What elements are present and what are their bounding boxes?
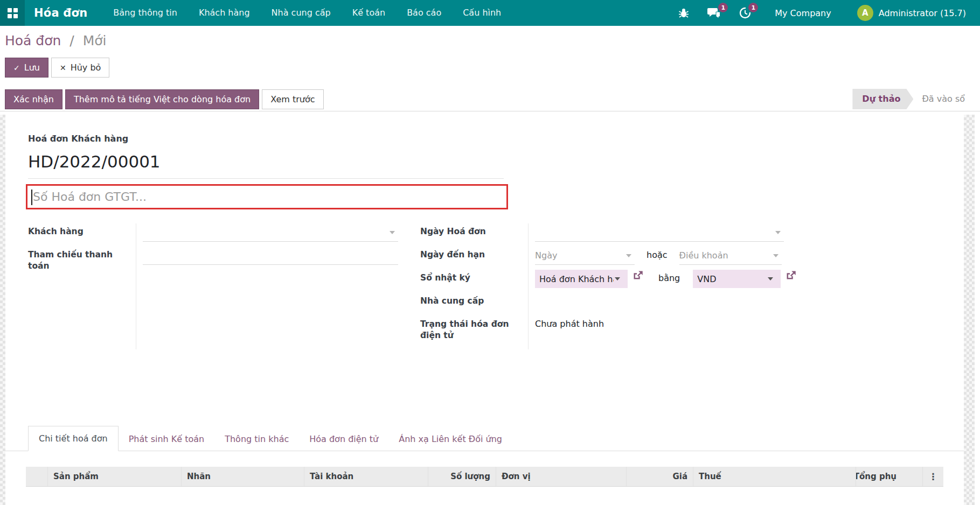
breadcrumb-separator: / — [69, 33, 74, 48]
control-panel: Hoá đơn / Mới ✓ Lưu ✕ Hủy bỏ Xác nhận Th… — [0, 26, 980, 111]
tab-journal-items[interactable]: Phát sinh Kế toán — [119, 427, 215, 451]
tab-counterpart-mapping[interactable]: Ánh xạ Liên kết Đối ứng — [388, 427, 512, 451]
chevron-down-icon — [615, 277, 620, 280]
journal-external-link-icon[interactable] — [633, 270, 643, 280]
breadcrumb-invoices-link[interactable]: Hoá đơn — [5, 33, 61, 48]
status-posted[interactable]: Đã vào sổ — [913, 89, 974, 109]
status-draft[interactable]: Dự thảo — [852, 89, 913, 109]
or-text: hoặc — [647, 247, 668, 260]
top-navbar: Hóa đơn Bảng thông tin Khách hàng Nhà cu… — [0, 0, 980, 26]
due-date-placeholder: Ngày — [535, 250, 557, 261]
journal-label: Sổ nhật ký — [420, 270, 478, 284]
activities-clock-icon[interactable]: 1 — [739, 7, 751, 19]
supplier-label: Nhà cung cấp — [420, 293, 491, 307]
column-price: Giá — [626, 467, 693, 486]
invoice-date-label: Ngày Hoá đơn — [420, 223, 494, 237]
vat-invoice-number-input[interactable] — [27, 186, 506, 208]
vat-invoice-number-field[interactable] — [26, 184, 508, 209]
save-button[interactable]: ✓ Lưu — [5, 58, 48, 78]
scrollbar-track[interactable] — [964, 115, 975, 505]
terms-placeholder: Điều khoản — [679, 250, 728, 261]
confirm-button[interactable]: Xác nhận — [5, 89, 62, 109]
payment-ref-field[interactable] — [143, 247, 398, 265]
customer-field[interactable] — [143, 223, 398, 242]
preview-button[interactable]: Xem trước — [262, 89, 323, 109]
currency-external-link-icon[interactable] — [786, 270, 796, 280]
cross-icon: ✕ — [60, 64, 66, 72]
debug-bug-icon[interactable] — [678, 8, 689, 18]
invoice-lines-table: Sản phẩm Nhãn Tài khoản Số lượng Đơn vị … — [26, 467, 943, 501]
systray: 1 1 My Company A Administrator (15.7) — [660, 5, 980, 21]
chevron-down-icon — [768, 277, 773, 280]
column-unit: Đơn vị — [496, 467, 626, 486]
notebook-tabs: Chi tiết hoá đơn Phát sinh Kế toán Thông… — [5, 426, 964, 451]
tab-invoice-lines[interactable]: Chi tiết hoá đơn — [28, 426, 119, 451]
breadcrumb-current: Mới — [83, 33, 107, 48]
journal-value: Hoá đơn Khách hàng — [539, 274, 614, 284]
invoice-date-field[interactable] — [535, 223, 784, 242]
payment-terms-field[interactable]: Điều khoản — [679, 247, 782, 265]
column-product: Sản phẩm — [47, 467, 181, 486]
column-tax: Thuế — [693, 467, 856, 486]
supplier-field[interactable] — [535, 293, 830, 316]
add-vietnamese-description-button[interactable]: Thêm mô tả tiếng Việt cho dòng hóa đơn — [65, 89, 259, 109]
check-icon: ✓ — [13, 64, 20, 72]
menu-dashboard[interactable]: Bảng thông tin — [102, 0, 188, 26]
sheet-left-margin — [0, 115, 5, 505]
currency-field[interactable]: VND — [693, 270, 781, 288]
user-menu[interactable]: A Administrator (15.7) — [857, 5, 966, 21]
apps-menu-button[interactable] — [0, 0, 25, 26]
due-date-field[interactable]: Ngày — [535, 247, 635, 265]
tab-einvoice[interactable]: Hóa đơn điện tử — [299, 427, 388, 451]
empty-line-row[interactable] — [26, 487, 943, 501]
company-switcher[interactable]: My Company — [775, 8, 831, 18]
invoice-number-heading: HD/2022/00001 — [28, 152, 504, 179]
currency-value: VND — [697, 274, 716, 284]
column-label: Nhãn — [181, 467, 304, 486]
journal-field[interactable]: Hoá đơn Khách hàng — [535, 270, 628, 288]
activities-badge: 1 — [748, 3, 758, 12]
einvoice-status-label: Trạng thái hóa đơn điện tử — [420, 316, 528, 341]
tab-other-info[interactable]: Thông tin khác — [214, 427, 299, 451]
optional-columns-kebab-icon[interactable]: ⋮ — [922, 467, 943, 486]
document-type-label: Hoá đơn Khách hàng — [28, 134, 964, 144]
user-avatar: A — [857, 5, 873, 21]
discard-button[interactable]: ✕ Hủy bỏ — [51, 58, 109, 78]
column-account: Tài khoản — [304, 467, 428, 486]
chevron-down-icon — [775, 231, 781, 234]
menu-vendors[interactable]: Nhà cung cấp — [261, 0, 342, 26]
drag-handle-column — [26, 467, 47, 486]
user-name: Administrator (15.7) — [879, 8, 966, 18]
menu-reports[interactable]: Báo cáo — [396, 0, 452, 26]
save-discard-row: ✓ Lưu ✕ Hủy bỏ — [5, 58, 980, 78]
einvoice-status-value: Chưa phát hành — [535, 316, 604, 329]
payment-ref-label: Tham chiếu thanh toán — [28, 247, 136, 272]
chevron-down-icon — [390, 231, 395, 234]
in-currency-text: bằng — [658, 270, 680, 283]
menu-configuration[interactable]: Cấu hình — [452, 0, 512, 26]
form-fields: Khách hàng Tham chiếu thanh toán Ngày Ho… — [28, 223, 964, 349]
breadcrumb: Hoá đơn / Mới — [5, 33, 980, 48]
text-cursor — [31, 190, 32, 205]
action-statusbar-row: Xác nhận Thêm mô tả tiếng Việt cho dòng … — [0, 89, 980, 111]
messages-icon[interactable]: 1 — [707, 7, 721, 19]
column-subtotal: Tổng phụ — [856, 467, 922, 486]
column-quantity: Số lượng — [428, 467, 496, 486]
menu-accounting[interactable]: Kế toán — [342, 0, 396, 26]
chevron-down-icon — [626, 254, 631, 257]
invoice-form-sheet: Hoá đơn Khách hàng HD/2022/00001 Khách h… — [5, 115, 964, 505]
messages-badge: 1 — [718, 3, 728, 12]
statusbar: Dự thảo Đã vào sổ — [852, 89, 974, 109]
lines-table-header: Sản phẩm Nhãn Tài khoản Số lượng Đơn vị … — [26, 467, 943, 487]
customer-label: Khách hàng — [28, 223, 91, 237]
menu-customers[interactable]: Khách hàng — [188, 0, 261, 26]
due-date-label: Ngày đến hạn — [420, 247, 492, 261]
app-brand[interactable]: Hóa đơn — [25, 6, 102, 19]
chevron-down-icon — [773, 254, 779, 257]
apps-grid-icon — [8, 8, 18, 18]
